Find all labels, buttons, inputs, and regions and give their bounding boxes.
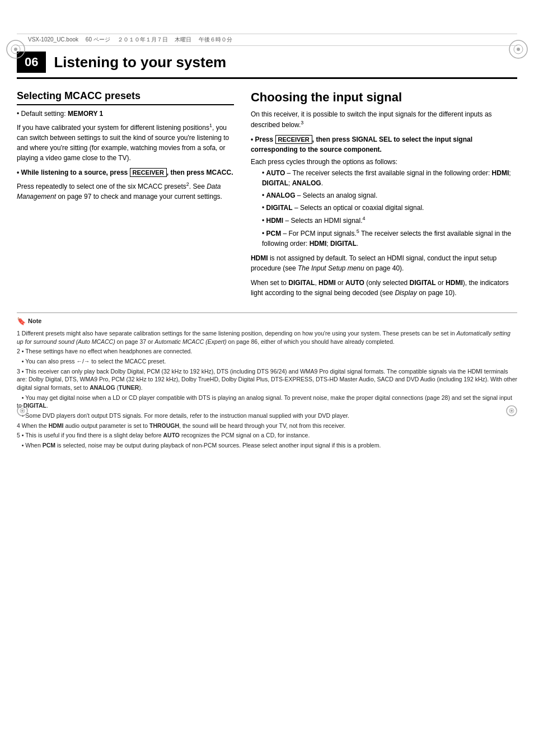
svg-point-2 (14, 48, 17, 51)
right-mid-marker (506, 405, 517, 418)
choosing-title: Choosing the input signal (251, 90, 517, 105)
note-item-3b: • You may get digital noise when a LD or… (17, 394, 517, 410)
option-digital: DIGITAL – Selects an optical or coaxial … (262, 203, 517, 213)
main-content: Selecting MCACC presets • Default settin… (17, 90, 517, 301)
right-column: Choosing the input signal On this receiv… (251, 90, 517, 301)
mcacc-body1: If you have calibrated your system for d… (17, 122, 234, 163)
choosing-intro: On this receiver, it is possible to swit… (251, 109, 517, 130)
svg-point-17 (510, 410, 513, 412)
signal-options-list: AUTO – The receiver selects the first av… (251, 168, 517, 249)
corner-decoration-tl (6, 39, 26, 59)
page: VSX-1020_UC.book 60 ページ ２０１０年１月７日 木曜日 午後… (0, 34, 534, 756)
note-item-1: 1 Different presets might also have sepa… (17, 329, 517, 346)
chapter-title: Listening to your system (54, 54, 226, 71)
note-icon: 🔖 (17, 316, 26, 327)
press-instruction: • Press RECEIVER, then press SIGNAL SEL … (251, 134, 517, 155)
note-item-2: 2 • These settings have no effect when h… (17, 347, 517, 356)
mcacc-section-title: Selecting MCACC presets (17, 90, 234, 105)
default-setting-label: • Default setting: (17, 110, 68, 118)
svg-point-14 (21, 410, 24, 412)
default-setting-value: MEMORY 1 (68, 110, 103, 118)
option-hdmi: HDMI – Selects an HDMI signal.4 (262, 215, 517, 226)
note-item-3c: • Some DVD players don't output DTS sign… (17, 412, 517, 420)
note-item-5a: 5 • This is useful if you find there is … (17, 431, 517, 440)
left-mid-marker (17, 405, 28, 418)
note-title: 🔖 Note (17, 316, 517, 327)
corner-decoration-tr (508, 39, 528, 59)
cycles-text: Each press cycles through the options as… (251, 158, 517, 166)
note-item-4: 4 When the HDMI audio output parameter i… (17, 422, 517, 430)
notes-section: 🔖 Note 1 Different presets might also ha… (17, 312, 517, 450)
svg-point-5 (517, 48, 520, 51)
left-column: Selecting MCACC presets • Default settin… (17, 90, 234, 301)
option-analog: ANALOG – Selects an analog signal. (262, 190, 517, 200)
note-label: Note (28, 317, 41, 326)
file-info-bar: VSX-1020_UC.book 60 ページ ２０１０年１月７日 木曜日 午後… (17, 34, 517, 46)
option-auto: AUTO – The receiver selects the first av… (262, 168, 517, 188)
chapter-header: 06 Listening to your system (17, 52, 517, 79)
default-setting: • Default setting: MEMORY 1 (17, 110, 234, 118)
note-item-3: 3 • This receiver can only play back Dol… (17, 367, 517, 392)
note-item-2b: • You can also press ←/→ to select the M… (17, 357, 517, 366)
option-pcm: PCM – For PCM input signals.5 The receiv… (262, 228, 517, 249)
file-info-text: VSX-1020_UC.book 60 ページ ２０１０年１月７日 木曜日 午後… (28, 36, 232, 44)
note-item-5b: • When PCM is selected, noise may be out… (17, 441, 517, 450)
hdmi-note1: HDMI is not assigned by default. To sele… (251, 253, 517, 273)
mcacc-bullet1: While listening to a source, press RECEI… (17, 167, 234, 178)
hdmi-note2: When set to DIGITAL, HDMI or AUTO (only … (251, 278, 517, 298)
mcacc-bullet1-detail: Press repeatedly to select one of the si… (17, 181, 234, 202)
